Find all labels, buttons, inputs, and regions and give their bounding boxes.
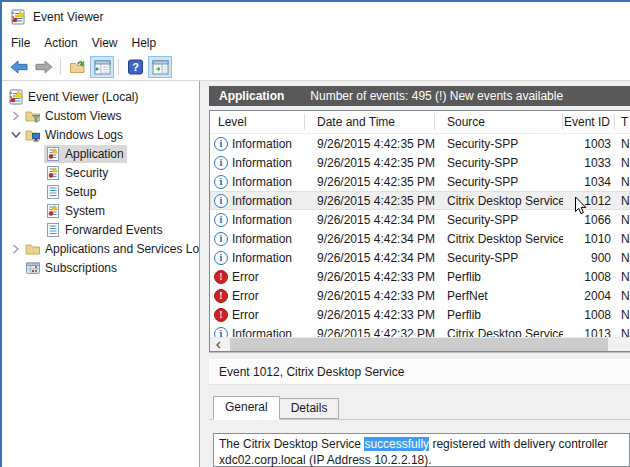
tree-item-setup[interactable]: Setup	[2, 182, 199, 201]
tree-item-label: Event Viewer (Local)	[28, 90, 139, 104]
tree-item-application[interactable]: Application	[2, 144, 199, 163]
event-row[interactable]: Information 9/26/2015 4:42:34 PM Securit…	[210, 248, 630, 267]
event-list: Level Date and Time Source Event ID T In…	[209, 110, 630, 352]
event-log-icon	[45, 165, 61, 181]
log-name: Application	[219, 89, 284, 103]
console-tree-icon	[94, 60, 111, 75]
menu-bar: File Action View Help	[2, 32, 630, 54]
event-row[interactable]: Information 9/26/2015 4:42:35 PM Securit…	[210, 134, 630, 153]
log-file-icon	[45, 184, 61, 200]
event-viewer-app-icon	[10, 9, 26, 25]
tree-item-custom-views[interactable]: Custom Views	[2, 106, 199, 125]
forward-arrow-icon	[35, 60, 53, 74]
tree-item-system[interactable]: System	[2, 201, 199, 220]
scrollbar-thumb[interactable]	[230, 338, 608, 351]
information-icon	[214, 232, 228, 246]
event-row[interactable]: Error 9/26/2015 4:42:33 PM PerfNet 2004 …	[210, 286, 630, 305]
help-button[interactable]: ?	[123, 56, 147, 78]
tree-item-forwarded-events[interactable]: Forwarded Events	[2, 220, 199, 239]
console-tree: Event Viewer (Local) Custom Views	[2, 81, 200, 467]
event-row[interactable]: Information 9/26/2015 4:42:34 PM Securit…	[210, 210, 630, 229]
pane-splitter[interactable]	[200, 81, 209, 467]
column-header-task-category[interactable]: T	[615, 114, 630, 130]
tree-item-event-viewer-local[interactable]: Event Viewer (Local)	[2, 87, 199, 106]
menu-view[interactable]: View	[85, 33, 125, 53]
error-icon	[214, 308, 228, 322]
log-file-icon	[45, 222, 61, 238]
main-pane: Application Number of events: 495 (!) Ne…	[209, 81, 630, 467]
event-row[interactable]: Error 9/26/2015 4:42:33 PM Perflib 1008 …	[210, 267, 630, 286]
selected-text: successfully	[364, 437, 429, 451]
horizontal-scrollbar[interactable]	[210, 337, 630, 351]
information-icon	[214, 175, 228, 189]
tree-item-label: Forwarded Events	[65, 223, 162, 237]
column-header-event-id[interactable]: Event ID	[563, 114, 615, 130]
svg-text:?: ?	[132, 61, 139, 73]
preview-pane: Event 1012, Citrix Desktop Service Gener…	[209, 359, 630, 467]
event-detail-title: Event 1012, Citrix Desktop Service	[219, 365, 404, 379]
back-arrow-icon	[10, 60, 28, 74]
help-icon: ?	[127, 59, 144, 75]
tree-item-label: Windows Logs	[45, 128, 123, 142]
tree-item-label: Subscriptions	[45, 261, 117, 275]
window-title: Event Viewer	[33, 10, 103, 24]
column-header-datetime[interactable]: Date and Time	[305, 114, 435, 130]
error-icon	[214, 270, 228, 284]
information-icon	[214, 156, 228, 170]
event-message[interactable]: The Citrix Desktop Service successfully …	[219, 436, 624, 467]
custom-views-icon	[25, 108, 41, 124]
folder-icon	[25, 241, 41, 257]
tree-item-label: Applications and Services Lo	[45, 242, 199, 256]
toggle-action-pane-button[interactable]	[148, 56, 172, 78]
event-row[interactable]: Information 9/26/2015 4:42:32 PM Citrix …	[210, 324, 630, 337]
event-viewer-window: Event Viewer File Action View Help	[0, 0, 630, 467]
title-bar[interactable]: Event Viewer	[2, 2, 630, 32]
action-pane-icon	[152, 60, 169, 75]
subscriptions-icon	[25, 260, 41, 276]
information-icon	[214, 194, 228, 208]
chevron-down-icon[interactable]	[7, 131, 24, 139]
toolbar-separator	[60, 59, 61, 75]
chevron-right-icon[interactable]	[7, 111, 24, 121]
column-header-level[interactable]: Level	[210, 114, 305, 130]
log-status: Number of events: 495 (!) New events ava…	[310, 89, 563, 103]
tree-item-windows-logs[interactable]: Windows Logs	[2, 125, 199, 144]
forward-button[interactable]	[32, 56, 56, 78]
event-row-selected[interactable]: Information 9/26/2015 4:42:35 PM Citrix …	[210, 191, 630, 210]
event-row[interactable]: Information 9/26/2015 4:42:35 PM Securit…	[210, 172, 630, 191]
event-row[interactable]: Error 9/26/2015 4:42:33 PM Perflib 1008 …	[210, 305, 630, 324]
column-header-source[interactable]: Source	[435, 114, 563, 130]
windows-logs-icon	[25, 127, 41, 143]
preview-splitter[interactable]	[209, 352, 630, 359]
column-header-row: Level Date and Time Source Event ID T	[210, 111, 630, 134]
tab-details[interactable]: Details	[280, 398, 340, 419]
tree-item-security[interactable]: Security	[2, 163, 199, 182]
chevron-right-icon[interactable]	[7, 244, 24, 254]
information-icon	[214, 327, 228, 338]
tab-general[interactable]: General	[213, 396, 280, 420]
information-icon	[214, 213, 228, 227]
tree-item-label: Custom Views	[45, 109, 121, 123]
event-rows: Information 9/26/2015 4:42:35 PM Securit…	[210, 134, 630, 337]
menu-action[interactable]: Action	[37, 33, 84, 53]
event-row[interactable]: Information 9/26/2015 4:42:34 PM Citrix …	[210, 229, 630, 248]
toolbar: ?	[2, 54, 630, 81]
open-saved-log-button[interactable]	[65, 56, 89, 78]
tree-item-label: Setup	[65, 185, 96, 199]
event-log-icon	[45, 203, 61, 219]
menu-help[interactable]: Help	[125, 33, 164, 53]
general-tab-page: The Citrix Desktop Service successfully …	[209, 419, 630, 467]
toolbar-separator	[118, 59, 119, 75]
back-button[interactable]	[7, 56, 31, 78]
scroll-left-button[interactable]	[210, 338, 226, 351]
tree-item-applications-and-services[interactable]: Applications and Services Lo	[2, 239, 199, 258]
tree-item-subscriptions[interactable]: Subscriptions	[2, 258, 199, 277]
detail-tabs: General Details	[213, 396, 630, 419]
menu-file[interactable]: File	[4, 33, 37, 53]
information-icon	[214, 251, 228, 265]
toggle-console-tree-button[interactable]	[90, 56, 114, 78]
event-message-box[interactable]: The Citrix Desktop Service successfully …	[213, 433, 630, 467]
event-row[interactable]: Information 9/26/2015 4:42:35 PM Securit…	[210, 153, 630, 172]
scroll-left-arrow-icon	[216, 341, 221, 349]
tree-item-label: Application	[65, 147, 124, 161]
